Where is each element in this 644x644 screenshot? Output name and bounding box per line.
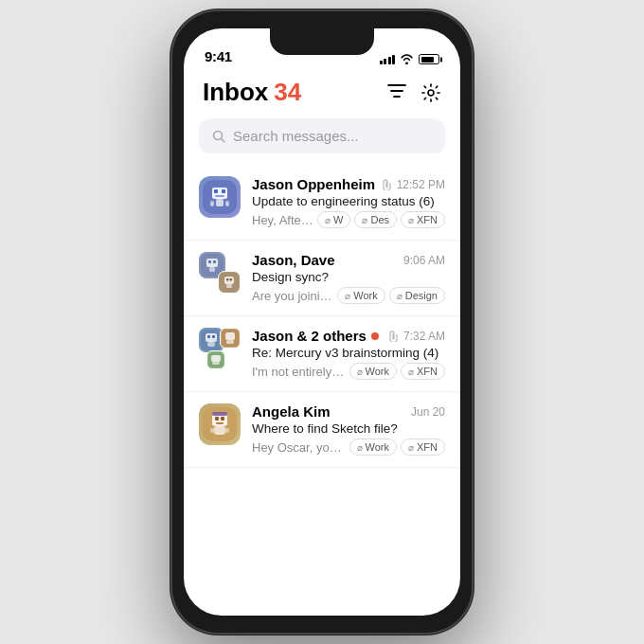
search-bar[interactable]: Search messages... bbox=[199, 118, 445, 153]
sender-row-4: Angela Kim bbox=[252, 403, 331, 420]
message-preview-3: I'm not entirely sure I... bbox=[252, 365, 346, 379]
inbox-label: Inbox bbox=[203, 78, 268, 107]
svg-point-0 bbox=[428, 90, 434, 96]
svg-rect-5 bbox=[222, 189, 225, 193]
signal-icon bbox=[380, 55, 396, 64]
sender-row-3: Jason & 2 others bbox=[252, 328, 379, 344]
header-actions bbox=[386, 82, 441, 103]
message-header-row-4: Angela Kim Jun 20 bbox=[252, 403, 445, 420]
message-time-3: 7:32 AM bbox=[403, 330, 445, 343]
notch bbox=[270, 28, 374, 55]
svg-rect-26 bbox=[225, 332, 235, 340]
message-header-row-1: Jason Oppenheim 12:52 PM bbox=[252, 176, 445, 192]
inbox-count: 34 bbox=[274, 78, 301, 107]
battery-icon bbox=[419, 54, 439, 64]
svg-rect-27 bbox=[226, 340, 234, 344]
svg-rect-30 bbox=[212, 362, 220, 365]
search-icon bbox=[212, 130, 225, 143]
message-subject-4: Where to find Sketch file? bbox=[252, 421, 445, 436]
tag-label: Work bbox=[353, 290, 377, 301]
message-body-3: Jason & 2 others 7:32 AM bbox=[252, 328, 445, 380]
status-icons bbox=[380, 54, 440, 64]
settings-button[interactable] bbox=[420, 82, 441, 103]
message-body-4: Angela Kim Jun 20 Where to find Sketch f… bbox=[252, 403, 445, 456]
avatar-image bbox=[203, 180, 237, 214]
tag-icon: ⌀ bbox=[408, 367, 414, 377]
tag-label: XFN bbox=[417, 441, 438, 453]
message-item-4[interactable]: Angela Kim Jun 20 Where to find Sketch f… bbox=[184, 392, 460, 468]
svg-rect-14 bbox=[209, 267, 215, 272]
gear-icon bbox=[420, 82, 441, 103]
message-tags-2: ⌀ Work ⌀ Design bbox=[337, 287, 445, 304]
tag-icon: ⌀ bbox=[345, 291, 350, 301]
tag-icon: ⌀ bbox=[397, 291, 402, 301]
tag-label: Work bbox=[366, 366, 389, 377]
svg-rect-11 bbox=[206, 259, 218, 267]
status-time: 9:41 bbox=[205, 48, 232, 64]
message-subject-2: Design sync? bbox=[252, 270, 445, 284]
tag-label: Design bbox=[405, 290, 438, 301]
svg-rect-29 bbox=[211, 355, 221, 362]
message-preview-1: Hey, After touching... bbox=[252, 213, 313, 227]
avatar-img-b bbox=[222, 330, 239, 347]
message-time-1: 12:52 PM bbox=[397, 178, 445, 191]
svg-rect-23 bbox=[212, 335, 215, 338]
tag-xfn-3: ⌀ XFN bbox=[401, 363, 445, 380]
phone-wrapper: 9:41 bbox=[161, 0, 483, 644]
phone-screen: 9:41 bbox=[184, 28, 460, 616]
avatar-image-2 bbox=[220, 273, 239, 292]
svg-rect-22 bbox=[207, 335, 210, 338]
tag-label: Des bbox=[370, 214, 389, 225]
tag-des: ⌀ Des bbox=[354, 211, 397, 228]
avatar-jason-group bbox=[199, 328, 241, 369]
svg-rect-21 bbox=[206, 333, 217, 342]
tag-label: W bbox=[333, 214, 343, 225]
avatar-img-c bbox=[208, 352, 224, 367]
tag-w: ⌀ W bbox=[317, 211, 350, 228]
avatar-jason-dave bbox=[199, 252, 241, 294]
message-subject-3: Re: Mercury v3 brainstorming (4) bbox=[252, 346, 445, 360]
svg-rect-17 bbox=[226, 278, 229, 281]
svg-rect-33 bbox=[215, 417, 219, 420]
avatar-angela-kim bbox=[199, 403, 241, 445]
message-item-3[interactable]: Jason & 2 others 7:32 AM bbox=[184, 316, 460, 392]
sender-name-1: Jason Oppenheim bbox=[252, 176, 375, 192]
sender-row-2: Jason, Dave bbox=[252, 252, 335, 268]
svg-rect-6 bbox=[215, 195, 224, 197]
message-preview-row-2: Are you joining us? ⌀ Work ⌀ Design bbox=[252, 287, 445, 304]
tag-work-3: ⌀ Work bbox=[349, 363, 397, 380]
tag-icon: ⌀ bbox=[408, 215, 414, 225]
tag-xfn: ⌀ XFN bbox=[401, 211, 445, 228]
message-preview-4: Hey Oscar, you... bbox=[252, 440, 346, 455]
svg-rect-4 bbox=[214, 189, 218, 193]
tag-work-4: ⌀ Work bbox=[349, 438, 397, 456]
tag-icon: ⌀ bbox=[325, 215, 331, 225]
message-time-2: 9:06 AM bbox=[403, 254, 445, 267]
sender-name-2: Jason, Dave bbox=[252, 252, 335, 268]
phone-shell: 9:41 bbox=[170, 9, 474, 635]
filter-button[interactable] bbox=[386, 82, 407, 103]
sender-row-1: Jason Oppenheim bbox=[252, 176, 375, 192]
message-time-4: Jun 20 bbox=[411, 405, 445, 419]
tag-label: XFN bbox=[417, 366, 438, 377]
filter-icon bbox=[387, 84, 406, 101]
tag-label: XFN bbox=[417, 214, 438, 225]
tag-work-2: ⌀ Work bbox=[337, 287, 385, 304]
sender-name-3: Jason & 2 others bbox=[252, 328, 367, 344]
avatar-image-angela bbox=[203, 407, 237, 441]
header: Inbox 34 bbox=[184, 70, 460, 118]
svg-rect-36 bbox=[214, 426, 225, 435]
message-preview-row-3: I'm not entirely sure I... ⌀ Work ⌀ XFN bbox=[252, 363, 445, 380]
svg-rect-34 bbox=[221, 417, 224, 420]
svg-rect-38 bbox=[225, 428, 229, 433]
svg-rect-18 bbox=[230, 278, 233, 281]
svg-rect-3 bbox=[212, 188, 227, 199]
tag-design-2: ⌀ Design bbox=[389, 287, 445, 304]
sender-name-4: Angela Kim bbox=[252, 403, 331, 420]
message-item-1[interactable]: Jason Oppenheim 12:52 PM Update to engin… bbox=[184, 165, 460, 241]
svg-rect-19 bbox=[226, 284, 232, 288]
message-item-2[interactable]: Jason, Dave 9:06 AM Design sync? Are you… bbox=[184, 241, 460, 316]
svg-rect-24 bbox=[207, 342, 215, 347]
message-header-row-3: Jason & 2 others 7:32 AM bbox=[252, 328, 445, 344]
svg-rect-16 bbox=[224, 277, 234, 284]
